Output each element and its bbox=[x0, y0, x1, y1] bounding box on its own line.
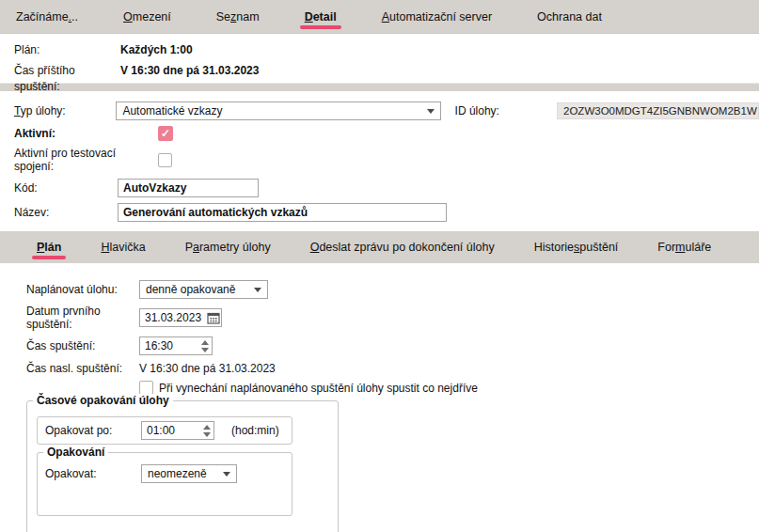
tab-accesskey: D bbox=[305, 10, 313, 23]
tab-label: utomatizační server bbox=[389, 10, 492, 23]
tab-label: Začínáme bbox=[16, 10, 69, 23]
subtab-formulare[interactable]: Formuláře bbox=[657, 231, 711, 263]
plan-summary-row: Plán: Každých 1:00 bbox=[0, 42, 759, 63]
tab-automatizacni-server[interactable]: Automatizační server bbox=[382, 0, 492, 33]
name-input[interactable] bbox=[118, 203, 447, 222]
catchup-checkbox[interactable] bbox=[139, 381, 153, 395]
schedule-summary: Plán: Každých 1:00 Čas příštího spuštění… bbox=[0, 34, 759, 83]
active-row: Aktivní: ✓ bbox=[14, 126, 759, 141]
active-test-checkbox[interactable] bbox=[158, 153, 172, 167]
tab-zaciname[interactable]: Začínáme... bbox=[16, 0, 78, 33]
next-run-label: Čas příštího spuštění: bbox=[14, 63, 120, 95]
repeat-after-spinner[interactable] bbox=[201, 422, 213, 439]
tab-omezeni[interactable]: Omezení bbox=[123, 0, 171, 33]
tab-label: nam bbox=[236, 10, 259, 23]
code-input[interactable] bbox=[118, 179, 259, 197]
subtab-hlavicka[interactable]: Hlavička bbox=[101, 231, 145, 263]
tab-label: Historie bbox=[534, 241, 574, 254]
plan-task-value: denně opakovaně bbox=[146, 283, 248, 296]
subtab-plan[interactable]: Plán bbox=[37, 231, 61, 263]
repeat-after-input[interactable] bbox=[142, 424, 201, 437]
plan-task-label: Naplánovat úlohu: bbox=[26, 283, 139, 296]
active-label: Aktivní: bbox=[14, 127, 158, 140]
next-run-value: V 16:30 dne pá 31.03.2023 bbox=[120, 63, 259, 95]
catchup-label: Při vynechání naplánovaného spuštění úlo… bbox=[159, 382, 478, 395]
time-spinner[interactable] bbox=[199, 337, 212, 354]
tab-label: uláře bbox=[685, 241, 711, 254]
task-type-dropdown[interactable]: Automatické vzkazy bbox=[116, 102, 440, 120]
tab-label: rametry úlohy bbox=[199, 241, 271, 254]
repeat-after-unit: (hod:min) bbox=[231, 424, 279, 437]
repeat-label: Opakovat: bbox=[45, 467, 141, 480]
repeat-after-field bbox=[141, 421, 214, 440]
tab-label: For bbox=[657, 241, 675, 254]
spinner-down-icon[interactable] bbox=[201, 348, 209, 352]
repeat-dropdown[interactable]: neomezeně bbox=[141, 464, 237, 483]
task-id-value: 2OZW3O0MDGT4ZI5GNBNWOM2B1W bbox=[557, 102, 759, 119]
chevron-down-icon bbox=[254, 288, 261, 292]
task-id-label: ID úlohy: bbox=[455, 104, 557, 117]
subtab-parametry-ulohy[interactable]: Parametry úlohy bbox=[185, 231, 271, 263]
plan-task-dropdown[interactable]: denně opakovaně bbox=[139, 280, 268, 299]
checkmark-icon: ✓ bbox=[161, 128, 170, 139]
tab-label: .. bbox=[71, 10, 78, 23]
code-row: Kód: bbox=[14, 179, 759, 197]
run-time-label: Čas spuštění: bbox=[26, 339, 139, 352]
calendar-icon[interactable] bbox=[206, 309, 221, 326]
tab-label: Ochrana dat bbox=[537, 10, 602, 23]
name-row: Název: bbox=[14, 203, 759, 222]
run-time-row: Čas spuštění: bbox=[26, 336, 759, 355]
repeat-after-box: Opakovat po: (hod:min) bbox=[37, 416, 293, 445]
plan-tab-content: Naplánovat úlohu: denně opakovaně Datum … bbox=[0, 263, 759, 532]
time-repeat-group-title: Časové opakování úlohy bbox=[33, 394, 173, 407]
repeat-value: neomezeně bbox=[148, 467, 217, 480]
repeat-group-title: Opakování bbox=[43, 446, 108, 459]
tab-detail[interactable]: Detail bbox=[305, 0, 337, 33]
plan-label: Plán: bbox=[14, 42, 120, 58]
spinner-up-icon[interactable] bbox=[203, 425, 211, 430]
active-test-row: Aktivní pro testovací spojení: bbox=[14, 147, 759, 173]
task-type-label: Typ úlohy: bbox=[14, 104, 116, 117]
tab-label: lavička bbox=[109, 241, 145, 254]
first-run-row: Datum prvního spuštění: bbox=[26, 305, 759, 331]
tab-label: mezení bbox=[133, 10, 171, 23]
time-repeat-groupbox: Časové opakování úlohy Opakovat po: (hod… bbox=[26, 400, 339, 532]
code-label: Kód: bbox=[14, 181, 118, 195]
tab-seznam[interactable]: Seznam bbox=[216, 0, 260, 33]
detail-tab-bar: Plán Hlavička Parametry úlohy Odeslat zp… bbox=[0, 231, 759, 263]
tab-label: lán bbox=[44, 241, 61, 254]
tab-label: puštění bbox=[579, 241, 618, 254]
subtab-historie-spusteni[interactable]: Historie spuštění bbox=[534, 231, 619, 263]
tab-accesskey: H bbox=[101, 241, 109, 254]
main-tab-bar: Začínáme... Omezení Seznam Detail Automa… bbox=[0, 0, 759, 34]
tab-accesskey: a bbox=[193, 241, 199, 254]
tab-accesskey: O bbox=[123, 10, 133, 23]
active-test-label: Aktivní pro testovací spojení: bbox=[14, 147, 158, 173]
spinner-down-icon[interactable] bbox=[203, 432, 211, 437]
chevron-down-icon bbox=[223, 472, 230, 477]
tab-accesskey: P bbox=[37, 241, 44, 254]
next-time-value: V 16:30 dne pá 31.03.2023 bbox=[139, 361, 276, 375]
tab-accesskey: O bbox=[310, 241, 320, 254]
plan-task-row: Naplánovat úlohu: denně opakovaně bbox=[26, 280, 759, 299]
next-time-label: Čas nasl. spuštění: bbox=[26, 362, 139, 375]
tab-accesskey: m bbox=[675, 241, 685, 254]
active-checkbox[interactable]: ✓ bbox=[158, 126, 173, 141]
repeat-after-label: Opakovat po: bbox=[45, 424, 141, 437]
spinner-up-icon[interactable] bbox=[201, 340, 209, 345]
task-form: Typ úlohy: Automatické vzkazy ID úlohy: … bbox=[0, 91, 759, 222]
tab-label: P bbox=[185, 241, 193, 254]
subtab-odeslat-zpravu[interactable]: Odeslat zprávu po dokončení úlohy bbox=[310, 231, 495, 263]
task-type-value: Automatické vzkazy bbox=[122, 104, 420, 117]
first-run-date-field bbox=[139, 308, 222, 327]
repeat-row: Opakovat: neomezeně bbox=[45, 464, 292, 483]
run-time-input[interactable] bbox=[140, 339, 199, 352]
next-time-row: Čas nasl. spuštění: V 16:30 dne pá 31.03… bbox=[26, 361, 759, 375]
first-run-date-input[interactable] bbox=[140, 311, 206, 324]
catchup-row: Při vynechání naplánovaného spuštění úlo… bbox=[139, 381, 759, 395]
name-label: Název: bbox=[14, 206, 118, 219]
tab-ochrana-dat[interactable]: Ochrana dat bbox=[537, 0, 602, 33]
first-run-label: Datum prvního spuštění: bbox=[26, 305, 139, 331]
tab-label: etail bbox=[313, 10, 337, 23]
tab-label: deslat zprávu po dokončení úlohy bbox=[319, 241, 494, 254]
